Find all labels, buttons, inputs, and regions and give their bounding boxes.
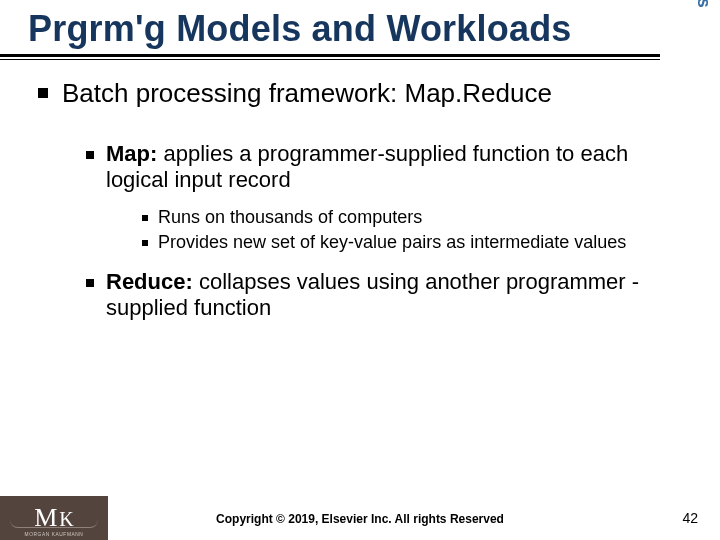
map-sub2: Provides new set of key-value pairs as i… [158,232,626,253]
bullet-lvl2-map: Map: applies a programmer-supplied funct… [86,141,650,193]
footer: M K MORGAN KAUFMANN Copyright © 2019, El… [0,496,720,540]
map-line: Map: applies a programmer-supplied funct… [106,141,650,193]
square-bullet-icon [142,215,148,221]
bullet-lvl3: Provides new set of key-value pairs as i… [142,232,650,253]
square-bullet-icon [38,88,48,98]
slide-body: Batch processing framework: Map.Reduce M… [38,78,650,335]
bullet-lvl1: Batch processing framework: Map.Reduce [38,78,650,109]
map-text: applies a programmer-supplied function t… [106,141,628,192]
slide-title: Prgrm'g Models and Workloads [28,8,656,50]
title-rule [0,54,660,58]
bullet-lvl2-reduce: Reduce: collapses values using another p… [86,269,650,321]
sidebar-label: Programming Models and Workloads for WSC… [693,0,714,8]
map-label: Map: [106,141,157,166]
reduce-label: Reduce: [106,269,193,294]
logo-subtext: MORGAN KAUFMANN [0,532,108,537]
square-bullet-icon [142,240,148,246]
bullet-lvl3: Runs on thousands of computers [142,207,650,228]
title-area: Prgrm'g Models and Workloads [28,8,656,50]
reduce-line: Reduce: collapses values using another p… [106,269,650,321]
sidebar-rule [668,0,672,420]
page-number: 42 [682,510,698,526]
slide: Prgrm'g Models and Workloads Programming… [0,0,720,540]
sidebar: Programming Models and Workloads for WSC… [674,0,720,420]
square-bullet-icon [86,151,94,159]
copyright-text: Copyright © 2019, Elsevier Inc. All righ… [0,512,720,526]
lvl1-text: Batch processing framework: Map.Reduce [62,78,552,109]
map-sub1: Runs on thousands of computers [158,207,422,228]
square-bullet-icon [86,279,94,287]
